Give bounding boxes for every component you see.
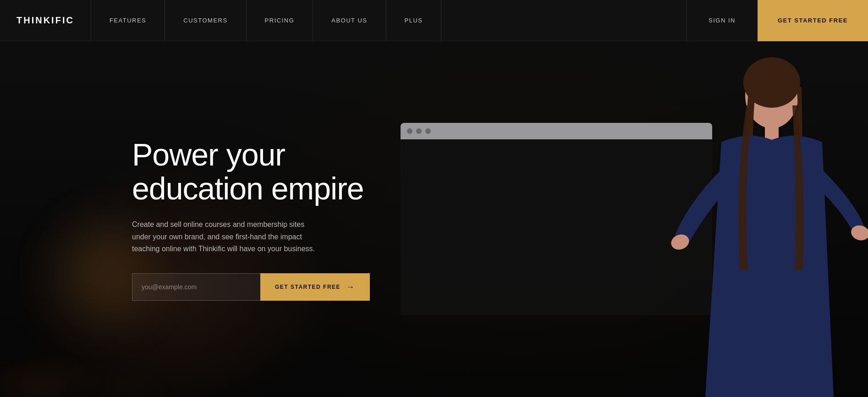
person-overlay	[630, 41, 868, 397]
arrow-right-icon: →	[346, 282, 355, 292]
hero-section: Power your education empire Create and s…	[0, 41, 868, 397]
nav-item-plus[interactable]: PLUS	[386, 0, 442, 41]
nav-item-features[interactable]: FEATURES	[91, 0, 165, 41]
browser-dot-3	[425, 128, 431, 134]
navbar: THINKIFIC FEATURES CUSTOMERS PRICING ABO…	[0, 0, 868, 41]
nav-item-about[interactable]: ABOUT US	[313, 0, 386, 41]
person-illustration	[630, 41, 868, 397]
email-input[interactable]	[132, 273, 260, 301]
hero-content: Power your education empire Create and s…	[132, 138, 402, 301]
browser-dot-2	[416, 128, 422, 134]
browser-dot-1	[407, 128, 412, 134]
hero-subtitle: Create and sell online courses and membe…	[132, 219, 324, 255]
nav-links: FEATURES CUSTOMERS PRICING ABOUT US PLUS	[91, 0, 686, 41]
hero-title: Power your education empire	[132, 138, 402, 206]
nav-item-pricing[interactable]: PRICING	[247, 0, 313, 41]
nav-item-customers[interactable]: CUSTOMERS	[165, 0, 246, 41]
nav-right: SIGN IN GET STARTED FREE	[686, 0, 868, 41]
hero-get-started-button[interactable]: GET STARTED FREE →	[260, 273, 370, 301]
signin-button[interactable]: SIGN IN	[686, 0, 758, 41]
nav-get-started-button[interactable]: GET STARTED FREE	[758, 0, 868, 41]
brand-logo[interactable]: THINKIFIC	[0, 0, 91, 41]
hero-form: GET STARTED FREE →	[132, 273, 402, 301]
